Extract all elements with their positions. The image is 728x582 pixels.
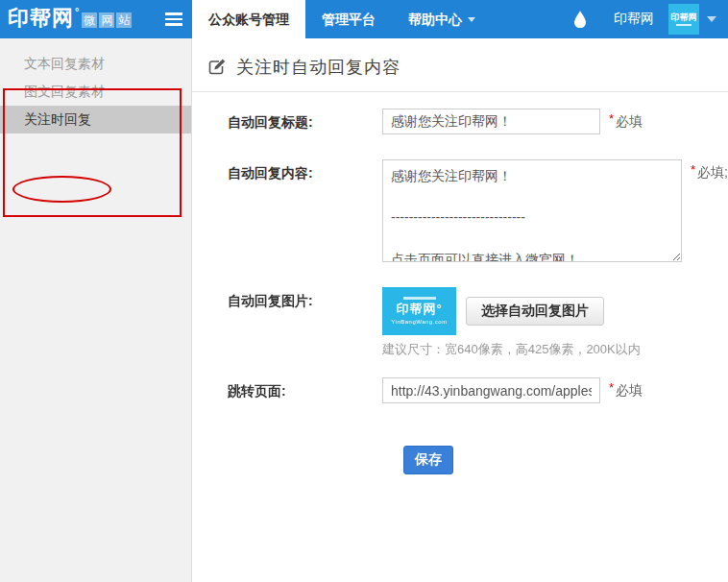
thumbnail-brand-text: 印帮网° xyxy=(396,303,442,316)
main-content: 关注时自动回复内容 自动回复标题: *必填 自动回复内容: 感谢您关注印帮网！ … xyxy=(192,38,728,582)
required-badge: *必填 xyxy=(609,109,643,134)
edit-pencil-icon xyxy=(207,58,227,77)
page-title-bar: 关注时自动回复内容 xyxy=(192,38,728,79)
required-asterisk: * xyxy=(609,380,614,395)
brand-subtitle: 微 网 站 xyxy=(82,12,132,28)
reply-title-input[interactable] xyxy=(382,109,600,134)
auto-reply-form: 自动回复标题: *必填 自动回复内容: 感谢您关注印帮网！ ----------… xyxy=(192,92,728,474)
form-row-jump-page: 跳转页面: *必填 xyxy=(192,377,728,403)
user-menu-chevron-icon[interactable] xyxy=(707,16,716,22)
avatar-brand-text: 印帮网 xyxy=(671,12,697,22)
thumbnail-tagline-placeholder xyxy=(403,297,436,300)
reply-content-textarea[interactable]: 感谢您关注印帮网！ ------------------------------… xyxy=(382,159,682,262)
reply-image-cell: 印帮网° YinBangWang.com 选择自动回复图片 建议尺寸：宽640像… xyxy=(382,287,641,358)
tab-public-account-management[interactable]: 公众账号管理 xyxy=(192,0,305,38)
reply-image-label: 自动回复图片: xyxy=(192,287,382,358)
save-row: 保存 xyxy=(192,446,728,474)
reply-image-thumbnail: 印帮网° YinBangWang.com xyxy=(382,287,456,335)
hamburger-menu-icon[interactable] xyxy=(165,12,182,29)
required-text: 必填; xyxy=(697,164,728,180)
required-text: 必填 xyxy=(616,382,643,398)
select-reply-image-button[interactable]: 选择自动回复图片 xyxy=(466,297,604,326)
tab-help-center-label: 帮助中心 xyxy=(408,12,462,27)
sidebar-nav: 我的印帮微网站 素材库 文本回复素材 图文回复素材 关注时回复 自定义菜单 店铺… xyxy=(0,38,192,582)
page-title: 关注时自动回复内容 xyxy=(236,56,400,79)
jump-page-url-input[interactable] xyxy=(382,377,600,403)
brand-logo-text: 印帮网 xyxy=(8,6,74,31)
chevron-down-icon xyxy=(468,17,475,22)
thumbnail-domain-text: YinBangWang.com xyxy=(391,318,447,326)
reply-title-label: 自动回复标题: xyxy=(192,109,382,134)
tab-management-platform[interactable]: 管理平台 xyxy=(305,0,392,38)
brand-degree-mark: ° xyxy=(75,6,79,17)
required-text: 必填 xyxy=(616,113,643,129)
reply-image-line: 印帮网° YinBangWang.com 选择自动回复图片 xyxy=(382,287,641,335)
brand-logo[interactable]: 印帮网 ° 微 网 站 xyxy=(8,6,132,31)
required-badge: *必填; xyxy=(691,159,728,262)
save-button[interactable]: 保存 xyxy=(403,446,453,474)
site-name-link[interactable]: 印帮网 xyxy=(614,11,654,28)
sidebar-item-richtext-reply-material[interactable]: 图文回复素材 xyxy=(0,78,191,106)
header-tabs: 公众账号管理 管理平台 帮助中心 xyxy=(192,0,492,38)
brand-subtitle-char: 微 xyxy=(82,12,97,28)
tab-help-center[interactable]: 帮助中心 xyxy=(392,0,492,38)
user-avatar[interactable]: 印帮网 xyxy=(668,4,699,35)
ink-drop-icon[interactable] xyxy=(573,11,587,28)
form-row-reply-content: 自动回复内容: 感谢您关注印帮网！ ----------------------… xyxy=(192,159,728,262)
required-asterisk: * xyxy=(691,162,695,177)
form-row-reply-title: 自动回复标题: *必填 xyxy=(192,109,728,134)
required-asterisk: * xyxy=(609,111,614,126)
form-row-reply-image: 自动回复图片: 印帮网° YinBangWang.com 选择自动回复图片 建议… xyxy=(192,287,728,358)
required-badge: *必填 xyxy=(609,377,643,403)
sidebar-item-follow-reply[interactable]: 关注时回复 xyxy=(0,106,191,133)
header-user-area: 印帮网 印帮网 xyxy=(573,0,716,38)
jump-page-label: 跳转页面: xyxy=(192,377,382,403)
reply-content-label: 自动回复内容: xyxy=(192,159,382,262)
brand-subtitle-char: 网 xyxy=(99,12,114,28)
sidebar-item-text-reply-material[interactable]: 文本回复素材 xyxy=(0,50,191,78)
avatar-decoration xyxy=(676,24,692,26)
top-header: 印帮网 ° 微 网 站 公众账号管理 管理平台 帮助中心 印帮网 印帮网 xyxy=(0,0,728,38)
image-size-hint: 建议尺寸：宽640像素，高425像素，200K以内 xyxy=(382,341,641,358)
brand-subtitle-char: 站 xyxy=(116,12,132,28)
